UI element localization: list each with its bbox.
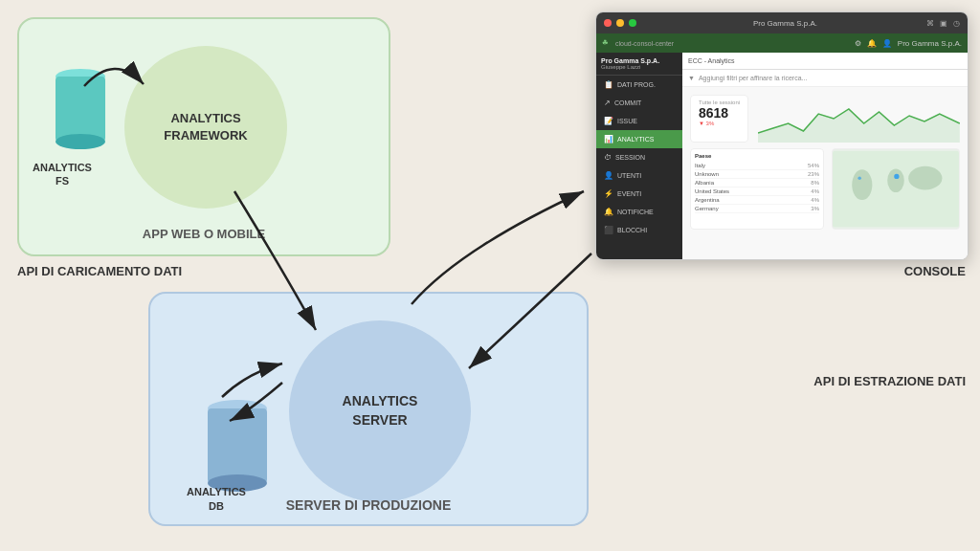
console-screenshot: Pro Gamma S.p.A. ⌘ ▣ ◷ ☘ cloud-consol-ce… <box>595 11 969 260</box>
sessions-stat-box: Tutte le sessioni 8618 ▼ 3% <box>690 95 748 143</box>
country-val-italy: 54% <box>808 163 819 168</box>
notification-icon[interactable]: 🔔 <box>867 39 877 48</box>
sidebar-item-session[interactable]: ⏱ SESSION <box>596 148 682 166</box>
country-row-argentina: Argentina 4% <box>695 196 819 205</box>
app-toolbar: ☘ cloud-consol-center ⚙ 🔔 👤 Pro Gamma S.… <box>596 33 968 53</box>
blocchi-icon: ⬛ <box>604 226 613 234</box>
app-content: Pro Gamma S.p.A. Giuseppe Lazzi 📋 DATI P… <box>596 53 968 259</box>
time-icon: ◷ <box>953 19 960 28</box>
country-name-unknown: Unknown <box>695 171 719 177</box>
chart-svg <box>758 95 960 143</box>
sidebar-label-analytics: ANALYTICS <box>617 136 654 143</box>
country-val-argentina: 4% <box>811 197 819 203</box>
analytics-framework-label: ANALYTICS FRAMEWORK <box>164 110 247 144</box>
app-logo: ☘ <box>602 39 608 47</box>
cylinder-body <box>56 77 105 142</box>
sidebar-item-utenti[interactable]: 👤 UTENTI <box>596 166 682 185</box>
sidebar-project-name: Pro Gamma S.p.A. <box>601 57 678 64</box>
eventi-icon: ⚡ <box>604 189 613 198</box>
analytics-db-label: ANALYTICS DB <box>187 485 246 513</box>
app-web-label: App Web o Mobile <box>143 227 265 241</box>
server-production-box: ANALYTICS DB ANALYTICS SERVER SERVER DI … <box>148 292 589 526</box>
sidebar-label-session: SESSION <box>615 154 645 161</box>
window-minimize-dot <box>616 19 624 27</box>
window-close-dot <box>604 19 612 27</box>
window-maximize-dot <box>629 19 636 27</box>
filter-bar[interactable]: ▼ Aggiungi filtri per affinare la ricerc… <box>682 70 968 87</box>
breadcrumb-bar: ECC - Analytics <box>682 53 968 70</box>
sessions-change: ▼ 3% <box>699 121 740 126</box>
app-name: cloud-consol-center <box>615 40 674 47</box>
country-row-albania: Albania 8% <box>695 179 819 187</box>
settings-icon[interactable]: ⚙ <box>855 39 861 48</box>
country-name-italy: Italy <box>695 163 705 168</box>
sidebar-label-notifiche: NOTIFICHE <box>617 209 654 215</box>
analytics-server-label: ANALYTICS SERVER <box>343 392 418 430</box>
battery-icon: ▣ <box>940 19 947 28</box>
sidebar-item-dati-progetto[interactable]: 📋 DATI PROG. <box>596 76 682 94</box>
analytics-fs-cylinder <box>56 77 105 142</box>
sidebar-item-eventi[interactable]: ⚡ EVENTI <box>596 185 682 203</box>
window-title: Pro Gamma S.p.A. <box>649 19 922 28</box>
country-name-germany: Germany <box>695 206 719 211</box>
wifi-icon: ⌘ <box>926 19 934 28</box>
toolbar-icons: ⚙ 🔔 👤 Pro Gamma S.p.A. <box>855 39 962 48</box>
sidebar-item-analytics[interactable]: 📊 ANALYTICS <box>596 130 682 148</box>
analytics-content: Tutte le sessioni 8618 ▼ 3% Paese <box>682 87 968 259</box>
console-label: CONSOLE <box>904 264 966 278</box>
analytics-stats-row: Tutte le sessioni 8618 ▼ 3% <box>690 95 960 143</box>
sidebar-label-utenti: UTENTI <box>617 172 641 179</box>
country-name-argentina: Argentina <box>695 197 720 203</box>
analytics-framework-circle: ANALYTICS FRAMEWORK <box>124 46 287 209</box>
svg-point-2 <box>852 169 872 200</box>
sidebar-label-blocchi: BLOCCHI <box>617 227 647 233</box>
analytics-fs-label: ANALYTICS FS <box>33 161 92 188</box>
country-val-germany: 3% <box>811 206 819 211</box>
country-row-italy: Italy 54% <box>695 162 819 170</box>
sidebar-label-dati: DATI PROG. <box>617 81 656 88</box>
sidebar-item-blocchi[interactable]: ⬛ BLOCCHI <box>596 221 682 239</box>
world-map <box>832 148 960 230</box>
arrow-server-to-console <box>412 191 584 304</box>
filter-text: Aggiungi filtri per affinare la ricerca.… <box>699 75 807 81</box>
sessions-mini-chart <box>758 95 960 143</box>
commit-icon: ↗ <box>604 99 611 107</box>
country-row-unknown: Unknown 23% <box>695 170 819 179</box>
app-main-panel: ECC - Analytics ▼ Aggiungi filtri per af… <box>682 53 968 259</box>
sidebar-item-issue[interactable]: 📝 ISSUE <box>596 112 682 130</box>
project-name-toolbar: Pro Gamma S.p.A. <box>898 39 962 48</box>
analytics-db-cylinder <box>208 408 267 483</box>
countries-table: Paese Italy 54% Unknown 23% Albania 8% <box>690 148 824 230</box>
app-web-box: ANALYTICS FS ANALYTICS FRAMEWORK App Web… <box>17 17 390 256</box>
sidebar-project: Pro Gamma S.p.A. Giuseppe Lazzi <box>596 53 682 76</box>
server-production-label: SERVER DI PRODUZIONE <box>286 497 451 513</box>
user-icon[interactable]: 👤 <box>882 39 892 48</box>
analytics-icon: 📊 <box>604 135 613 143</box>
breadcrumb-path: ECC - Analytics <box>688 57 735 64</box>
sidebar-item-notifiche[interactable]: 🔔 NOTIFICHE <box>596 203 682 221</box>
svg-point-1 <box>887 168 904 192</box>
country-val-albania: 8% <box>811 180 819 186</box>
sidebar-label-commit: COMMIT <box>614 99 641 106</box>
utenti-icon: 👤 <box>604 171 613 180</box>
app-sidebar: Pro Gamma S.p.A. Giuseppe Lazzi 📋 DATI P… <box>596 53 682 259</box>
country-val-unknown: 23% <box>808 171 819 177</box>
filter-icon: ▼ <box>688 75 695 81</box>
window-titlebar: Pro Gamma S.p.A. ⌘ ▣ ◷ <box>596 12 968 33</box>
country-name-us: United States <box>695 188 729 194</box>
country-name-albania: Albania <box>695 180 714 186</box>
window-icons: ⌘ ▣ ◷ <box>926 19 960 28</box>
svg-point-3 <box>908 166 942 190</box>
sidebar-project-sub: Giuseppe Lazzi <box>601 64 678 70</box>
notifiche-icon: 🔔 <box>604 208 613 216</box>
issue-icon: 📝 <box>604 117 613 125</box>
sidebar-item-commit[interactable]: ↗ COMMIT <box>596 94 682 112</box>
api-caricamento-label: API DI CARICAMENTO DATI <box>17 264 182 278</box>
countries-title: Paese <box>695 153 819 159</box>
dati-icon: 📋 <box>604 80 613 89</box>
country-row-us: United States 4% <box>695 187 819 196</box>
sidebar-label-issue: ISSUE <box>617 118 637 124</box>
analytics-server-circle: ANALYTICS SERVER <box>289 320 471 502</box>
country-row-germany: Germany 3% <box>695 205 819 213</box>
api-estrazione-label: API DI ESTRAZIONE DATI <box>813 373 966 390</box>
